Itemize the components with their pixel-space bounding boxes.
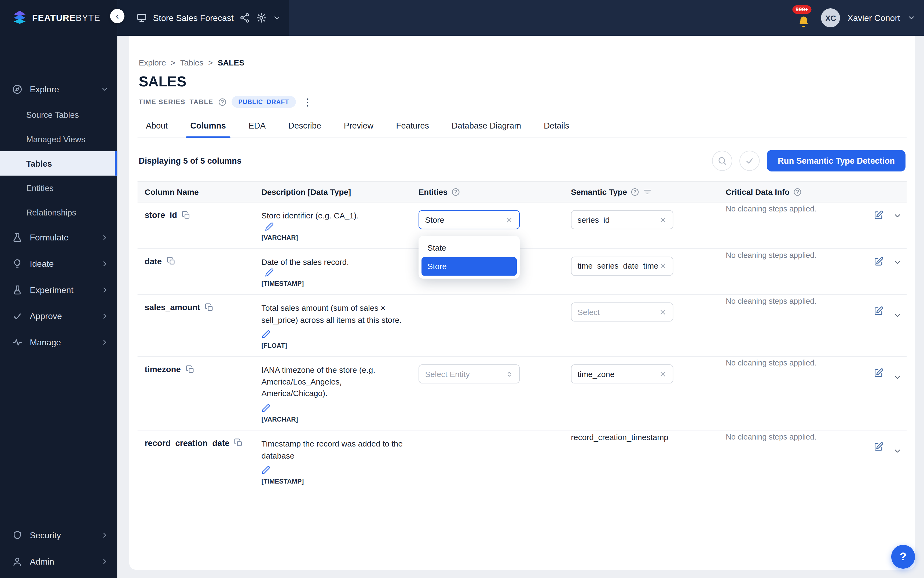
expand-row-icon[interactable] xyxy=(893,373,902,382)
help-circle-icon[interactable] xyxy=(631,187,640,196)
chevron-down-icon xyxy=(101,85,109,93)
breadcrumb-current: SALES xyxy=(217,58,245,67)
sidebar-item-label: Manage xyxy=(30,338,93,347)
compass-icon xyxy=(12,84,23,95)
edit-row-icon[interactable] xyxy=(873,368,883,378)
chevron-down-icon[interactable] xyxy=(907,14,916,22)
sidebar-item-security[interactable]: Security xyxy=(0,522,117,549)
topbar-user-section: 999+ XC Xavier Conort xyxy=(796,8,924,28)
column-name-text: store_id xyxy=(144,210,177,220)
sidebar-item-explore[interactable]: Explore xyxy=(0,76,117,102)
edit-description-icon[interactable] xyxy=(261,466,270,474)
more-options-icon[interactable]: ⋮ xyxy=(300,96,315,107)
clear-icon[interactable] xyxy=(659,262,667,270)
sidebar-item-source-tables[interactable]: Source Tables xyxy=(0,102,117,127)
column-name-text: record_creation_date xyxy=(144,438,229,448)
sidebar-item-formulate[interactable]: Formulate xyxy=(0,225,117,251)
copy-icon[interactable] xyxy=(186,365,195,374)
edit-row-icon[interactable] xyxy=(873,210,883,220)
semantic-type-select[interactable]: time_zone xyxy=(571,365,673,384)
share-icon[interactable] xyxy=(240,13,250,23)
sidebar-item-experiment[interactable]: Experiment xyxy=(0,277,117,303)
chevron-left-icon: ‹ xyxy=(116,11,119,21)
edit-description-icon[interactable] xyxy=(261,404,270,412)
table-header-row: Column Name Description [Data Type] Enti… xyxy=(138,181,907,203)
chevron-down-icon[interactable] xyxy=(273,14,281,22)
sidebar-item-label: Security xyxy=(30,531,93,540)
expand-row-icon[interactable] xyxy=(893,446,902,455)
edit-description-icon[interactable] xyxy=(261,330,270,339)
tab-about[interactable]: About xyxy=(144,115,169,137)
breadcrumb-explore[interactable]: Explore xyxy=(139,58,166,67)
run-semantic-type-detection-button[interactable]: Run Semantic Type Detection xyxy=(767,150,906,172)
table-row: store_id Store identifier (e.g. CA_1). [… xyxy=(138,202,907,248)
featurebyte-logo-icon xyxy=(12,10,28,25)
clear-icon[interactable] xyxy=(659,370,667,378)
tab-details[interactable]: Details xyxy=(543,115,571,137)
check-icon xyxy=(745,156,755,166)
edit-description-icon[interactable] xyxy=(265,268,274,277)
tab-preview[interactable]: Preview xyxy=(343,115,374,137)
gear-icon[interactable] xyxy=(256,13,267,23)
semantic-type-select[interactable]: Select xyxy=(571,303,673,322)
sidebar-item-relationships[interactable]: Relationships xyxy=(0,200,117,225)
tab-columns[interactable]: Columns xyxy=(189,115,227,137)
edit-row-icon[interactable] xyxy=(873,442,883,452)
edit-row-icon[interactable] xyxy=(873,256,883,266)
sidebar-collapse-button[interactable]: ‹ xyxy=(110,9,125,23)
brand-name: FEATUREBYTE xyxy=(32,12,101,22)
help-circle-icon[interactable] xyxy=(451,187,460,196)
data-type-text: [VARCHAR] xyxy=(261,416,407,423)
copy-icon[interactable] xyxy=(205,303,214,312)
clear-icon[interactable] xyxy=(506,216,513,224)
tab-database-diagram[interactable]: Database Diagram xyxy=(451,115,522,137)
copy-icon[interactable] xyxy=(234,438,243,447)
sidebar-item-manage[interactable]: Manage xyxy=(0,329,117,356)
sidebar-item-ideate[interactable]: Ideate xyxy=(0,251,117,277)
clear-icon[interactable] xyxy=(659,216,667,224)
confirm-button[interactable] xyxy=(740,151,760,170)
sidebar-item-managed-views[interactable]: Managed Views xyxy=(0,127,117,151)
expand-row-icon[interactable] xyxy=(893,258,902,266)
expand-row-icon[interactable] xyxy=(893,311,902,320)
copy-icon[interactable] xyxy=(167,257,175,266)
search-button[interactable] xyxy=(712,151,733,170)
breadcrumb: Explore > Tables > SALES xyxy=(138,36,907,67)
edit-description-icon[interactable] xyxy=(265,222,274,231)
tab-describe[interactable]: Describe xyxy=(287,115,322,137)
help-button[interactable]: ? xyxy=(891,545,915,568)
edit-row-icon[interactable] xyxy=(873,306,883,317)
sidebar-item-approve[interactable]: Approve xyxy=(0,303,117,329)
description-text: IANA timezone of the store (e.g. America… xyxy=(261,366,375,398)
notifications-button[interactable]: 999+ xyxy=(796,8,814,28)
tab-features[interactable]: Features xyxy=(395,115,430,137)
page-title: SALES xyxy=(138,67,907,90)
main-area: Explore > Tables > SALES SALES TIME SERI… xyxy=(117,36,924,578)
entity-select[interactable]: Select Entity xyxy=(418,365,520,384)
help-circle-icon[interactable] xyxy=(793,187,802,196)
sidebar-item-entities[interactable]: Entities xyxy=(0,176,117,200)
entity-combobox[interactable]: Store xyxy=(418,210,520,229)
bell-icon xyxy=(798,15,811,28)
semantic-type-select[interactable]: time_series_date_time xyxy=(571,256,673,275)
breadcrumb-tables[interactable]: Tables xyxy=(180,58,204,67)
sidebar-subitem-label: Entities xyxy=(26,183,53,193)
sidebar-subitem-label: Tables xyxy=(26,159,52,168)
sidebar-item-tables[interactable]: Tables xyxy=(0,151,117,176)
semantic-type-select[interactable]: series_id xyxy=(571,210,673,229)
clear-icon[interactable] xyxy=(659,308,667,316)
sidebar-item-admin[interactable]: Admin xyxy=(0,549,117,575)
help-circle-icon[interactable] xyxy=(218,97,227,106)
topbar-project-section: Store Sales Forecast xyxy=(117,0,289,36)
expand-row-icon[interactable] xyxy=(893,211,902,220)
dropdown-option-state[interactable]: State xyxy=(421,239,517,257)
semantic-type-placeholder: Select xyxy=(577,307,659,317)
copy-icon[interactable] xyxy=(182,210,191,219)
filter-icon[interactable] xyxy=(643,187,652,196)
dropdown-option-store[interactable]: Store xyxy=(421,257,517,276)
entity-dropdown: State Store xyxy=(418,236,520,279)
lightbulb-icon xyxy=(12,258,23,269)
tab-eda[interactable]: EDA xyxy=(247,115,267,137)
column-name-text: timezone xyxy=(144,365,181,374)
avatar[interactable]: XC xyxy=(821,8,840,28)
